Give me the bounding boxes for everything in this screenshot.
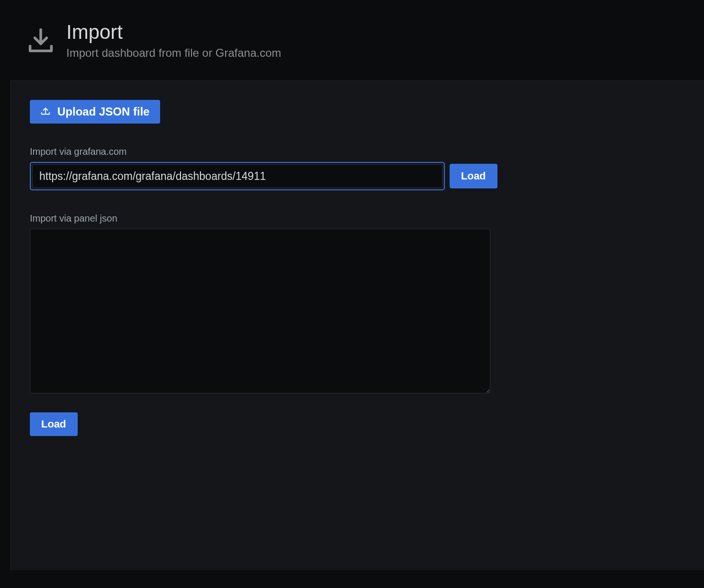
panel-json-textarea[interactable] [30,229,490,393]
upload-json-button-label: Upload JSON file [57,105,150,118]
page-subtitle: Import dashboard from file or Grafana.co… [66,46,281,60]
import-icon [27,26,55,54]
grafana-url-input-wrapper [30,162,445,190]
page-title: Import [66,21,281,44]
grafana-url-input[interactable] [32,164,442,188]
json-load-button[interactable]: Load [30,412,78,436]
json-import-label: Import via panel json [30,213,685,224]
grafana-import-row: Load [30,162,685,190]
upload-icon [40,105,51,118]
grafana-import-group: Import via grafana.com Load [30,146,685,190]
grafana-import-label: Import via grafana.com [30,146,685,157]
page-header: Import Import dashboard from file or Gra… [0,0,704,80]
import-panel: Upload JSON file Import via grafana.com … [10,80,704,570]
json-import-group: Import via panel json Load [30,213,685,436]
upload-json-button[interactable]: Upload JSON file [30,100,160,124]
page-header-text: Import Import dashboard from file or Gra… [66,21,281,60]
grafana-load-button[interactable]: Load [450,164,497,188]
